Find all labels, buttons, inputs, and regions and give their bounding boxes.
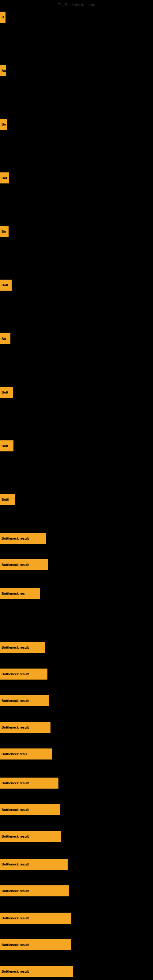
bar-label-16: Bottleneck result: [0, 722, 51, 733]
bar-item-4: Bo: [0, 224, 9, 240]
bar-label-23: Bottleneck result: [0, 913, 71, 924]
bar-item-24: Bottleneck result: [0, 937, 71, 953]
bar-item-15: Bottleneck result: [0, 693, 49, 709]
bar-label-11: Bottleneck result: [0, 559, 48, 570]
bar-label-10: Bottleneck result: [0, 533, 46, 544]
bar-label-15: Bottleneck result: [0, 695, 49, 706]
bar-label-18: Bottleneck result: [0, 778, 59, 789]
bar-item-22: Bottleneck result: [0, 883, 69, 899]
bar-item-18: Bottleneck result: [0, 775, 59, 791]
bar-item-1: Bo: [0, 63, 6, 79]
bar-label-22: Bottleneck result: [0, 885, 69, 896]
bar-label-9: Bottl: [0, 494, 15, 505]
bar-item-20: Bottleneck result: [0, 829, 61, 844]
bar-item-14: Bottleneck result: [0, 666, 48, 682]
bar-label-1: Bo: [0, 65, 6, 76]
bar-item-21: Bottleneck result: [0, 856, 68, 872]
bar-item-7: Bott: [0, 384, 13, 400]
bar-item-9: Bottl: [0, 492, 15, 508]
bar-label-3: Bot: [0, 172, 9, 183]
bar-label-6: Bo: [0, 333, 10, 344]
bar-label-13: Bottleneck result: [0, 642, 45, 653]
bar-item-12: Bottleneck res: [0, 585, 40, 601]
bar-label-5: Bott: [0, 280, 12, 291]
bar-label-21: Bottleneck result: [0, 859, 68, 870]
bar-label-20: Bottleneck result: [0, 831, 61, 842]
bar-item-0: B: [0, 9, 5, 25]
bar-item-19: Bottleneck result: [0, 802, 60, 818]
bar-label-19: Bottleneck result: [0, 804, 60, 815]
bar-item-3: Bot: [0, 170, 9, 186]
site-title: TheBottlenecker.com: [58, 2, 95, 7]
bar-item-25: Bottleneck result: [0, 964, 73, 979]
bar-item-5: Bott: [0, 277, 12, 293]
bar-label-8: Bott: [0, 441, 13, 452]
bar-label-4: Bo: [0, 226, 9, 237]
bar-label-24: Bottleneck result: [0, 939, 71, 950]
bar-item-6: Bo: [0, 331, 10, 347]
bar-item-11: Bottleneck result: [0, 557, 48, 573]
bar-label-12: Bottleneck res: [0, 588, 40, 599]
bar-item-13: Bottleneck result: [0, 640, 45, 655]
bar-item-2: Bo: [0, 116, 7, 132]
bar-item-23: Bottleneck result: [0, 910, 71, 926]
bar-label-2: Bo: [0, 119, 7, 130]
bar-item-8: Bott: [0, 438, 13, 454]
bar-item-17: Bottleneck resu: [0, 746, 52, 762]
bar-label-17: Bottleneck resu: [0, 748, 52, 759]
bar-label-0: B: [0, 12, 5, 23]
bar-label-25: Bottleneck result: [0, 966, 73, 977]
bar-label-7: Bott: [0, 387, 13, 398]
bar-item-16: Bottleneck result: [0, 719, 51, 735]
bar-item-10: Bottleneck result: [0, 530, 46, 546]
bar-label-14: Bottleneck result: [0, 668, 48, 679]
